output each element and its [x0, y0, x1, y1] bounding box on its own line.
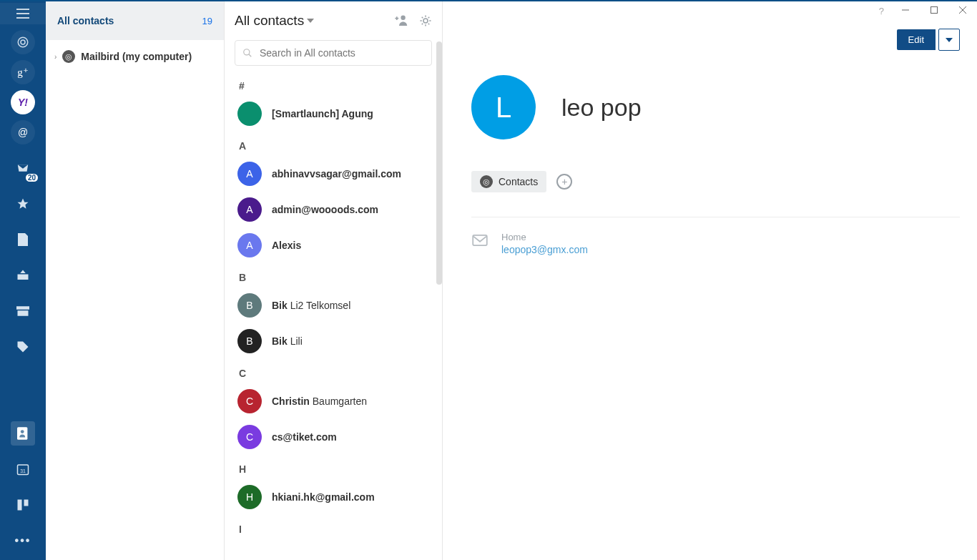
- archive-icon: [16, 306, 29, 316]
- nav-archive[interactable]: [11, 299, 35, 323]
- avatar: A: [237, 197, 262, 222]
- swirl-icon: [16, 36, 29, 49]
- contact-row[interactable]: [Smartlaunch] Agung: [235, 96, 432, 132]
- svg-text:31: 31: [20, 468, 26, 473]
- maximize-icon: [931, 6, 938, 14]
- svg-rect-14: [473, 235, 487, 245]
- edit-dropdown[interactable]: [938, 29, 960, 51]
- account-mailbird[interactable]: [11, 30, 35, 54]
- avatar: A: [237, 233, 262, 257]
- avatar: A: [237, 162, 262, 186]
- help-button[interactable]: ?: [879, 6, 884, 16]
- contact-detail: ? Edit L leo pop ◎ Contacts +: [442, 1, 977, 560]
- contact-label: hkiani.hk@gmail.com: [272, 491, 375, 503]
- window-controls: [891, 0, 977, 20]
- nav-sidebar: g⁺ Y! @ 20: [0, 1, 46, 560]
- add-source-button[interactable]: +: [556, 174, 572, 190]
- gear-icon: [419, 14, 432, 27]
- contact-row[interactable]: B Bik Lili: [235, 323, 432, 359]
- accounts-header[interactable]: All contacts 19: [46, 1, 224, 40]
- window-maximize[interactable]: [920, 0, 948, 20]
- contact-label: cs@tiket.com: [272, 431, 337, 443]
- contacts-header: All contacts: [225, 1, 442, 40]
- contact-avatar: L: [471, 75, 536, 139]
- contact-row[interactable]: A admin@woooods.com: [235, 192, 432, 227]
- google-icon: g⁺: [17, 66, 29, 79]
- email-value[interactable]: leopop3@gmx.com: [501, 244, 588, 255]
- search-icon: [242, 48, 252, 58]
- contact-label: abhinavvsagar@gmail.com: [272, 168, 401, 180]
- account-tree-item[interactable]: › ◎ Mailbird (my computer): [46, 40, 224, 73]
- account-google[interactable]: g⁺: [11, 60, 35, 84]
- source-chip[interactable]: ◎ Contacts: [471, 171, 546, 192]
- contacts-title-dropdown[interactable]: All contacts: [235, 13, 314, 29]
- account-yahoo[interactable]: Y!: [11, 90, 35, 114]
- email-field: Home leopop3@gmx.com: [471, 232, 960, 255]
- section-hash: #: [235, 72, 432, 96]
- outbox-icon: [16, 270, 29, 281]
- svg-rect-9: [24, 500, 29, 506]
- chip-label: Contacts: [499, 176, 538, 187]
- avatar: B: [237, 293, 262, 318]
- search-box[interactable]: [235, 40, 432, 66]
- contacts-list-panel: All contacts # [Smartlaunch]: [225, 1, 442, 560]
- section-b: B: [235, 263, 432, 288]
- at-icon: @: [18, 127, 28, 138]
- tag-icon: [16, 340, 29, 353]
- nav-tags[interactable]: [11, 335, 35, 359]
- section-i: I: [235, 515, 432, 539]
- contact-row[interactable]: C cs@tiket.com: [235, 419, 432, 455]
- svg-point-12: [244, 49, 250, 55]
- inbox-icon: [16, 162, 30, 174]
- nav-inbox[interactable]: 20: [11, 156, 35, 180]
- svg-rect-2: [16, 306, 29, 310]
- accounts-panel: All contacts 19 › ◎ Mailbird (my compute…: [46, 1, 225, 560]
- contact-label: admin@woooods.com: [272, 204, 378, 215]
- avatar: [237, 102, 262, 126]
- contact-row[interactable]: A abhinavvsagar@gmail.com: [235, 156, 432, 192]
- contact-row[interactable]: A Alexis: [235, 227, 432, 263]
- edit-button[interactable]: Edit: [897, 29, 936, 50]
- contact-row[interactable]: B Bik Li2 Telkomsel: [235, 288, 432, 323]
- boards-icon: [16, 498, 29, 511]
- hamburger-menu[interactable]: [0, 3, 46, 24]
- nav-calendar[interactable]: 31: [11, 457, 35, 481]
- nav-contacts[interactable]: [11, 421, 35, 446]
- nav-boards[interactable]: [11, 493, 35, 517]
- yahoo-icon: Y!: [18, 97, 28, 108]
- window-minimize[interactable]: [891, 0, 920, 20]
- minimize-icon: [902, 6, 909, 14]
- contacts-title: All contacts: [235, 13, 304, 29]
- contact-row[interactable]: H hkiani.hk@gmail.com: [235, 479, 432, 515]
- section-a: A: [235, 132, 432, 156]
- add-contact-button[interactable]: [395, 14, 409, 27]
- svg-point-11: [423, 19, 428, 23]
- svg-rect-13: [931, 7, 938, 14]
- scrollbar[interactable]: [436, 41, 442, 285]
- contact-row[interactable]: C Christin Baumgarten: [235, 383, 432, 419]
- settings-button[interactable]: [419, 14, 432, 27]
- plus-icon: +: [561, 176, 567, 187]
- window-close[interactable]: [948, 0, 977, 20]
- nav-outbox[interactable]: [11, 263, 35, 288]
- svg-rect-8: [18, 500, 22, 511]
- avatar: H: [237, 485, 262, 509]
- chevron-down-icon: [307, 19, 314, 23]
- nav-more[interactable]: •••: [11, 529, 35, 553]
- contacts-scroll[interactable]: # [Smartlaunch] Agung A A abhinavvsagar@…: [225, 72, 442, 560]
- avatar: C: [237, 425, 262, 449]
- nav-drafts[interactable]: [11, 227, 35, 252]
- hamburger-icon: [16, 9, 29, 19]
- svg-point-0: [18, 37, 28, 47]
- source-icon: ◎: [62, 50, 75, 63]
- star-icon: [16, 197, 29, 210]
- account-at[interactable]: @: [11, 120, 35, 144]
- calendar-icon: 31: [16, 463, 29, 476]
- close-icon: [959, 6, 966, 14]
- nav-starred[interactable]: [11, 192, 35, 216]
- contact-label: Alexis: [272, 240, 301, 251]
- search-input[interactable]: [260, 47, 424, 59]
- accounts-header-label: All contacts: [57, 15, 114, 26]
- add-person-icon: [395, 14, 409, 26]
- svg-point-10: [401, 16, 405, 20]
